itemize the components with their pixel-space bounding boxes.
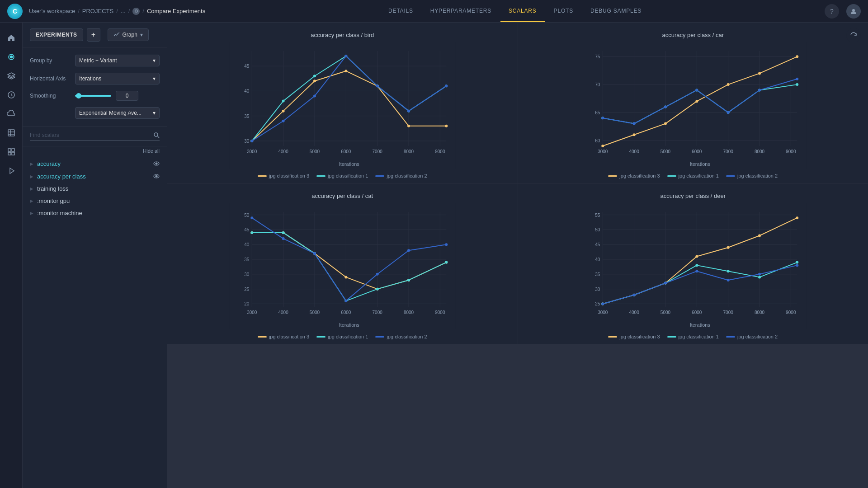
svg-point-61 xyxy=(407,110,410,113)
user-avatar[interactable] xyxy=(846,4,861,19)
svg-point-16 xyxy=(156,163,157,164)
sidebar-icon-layers[interactable] xyxy=(3,68,19,84)
svg-text:8000: 8000 xyxy=(404,310,414,315)
legend-item: jpg classification 1 xyxy=(316,334,368,339)
smoothing-input[interactable] xyxy=(116,91,138,101)
svg-point-203 xyxy=(695,270,698,272)
sidebar-icon-experiments[interactable] xyxy=(3,87,19,103)
svg-point-51 xyxy=(313,75,316,77)
search-input-wrap xyxy=(30,132,160,141)
metric-chevron-accuracy: ▶ xyxy=(30,161,33,166)
breadcrumb-sep-3: / xyxy=(128,8,130,14)
experiments-button[interactable]: EXPERIMENTS xyxy=(30,28,83,41)
svg-point-201 xyxy=(632,294,635,296)
group-by-value: Metric + Variant xyxy=(79,57,117,64)
settings-icon[interactable]: ⚙ xyxy=(132,8,140,15)
sidebar-icon-brain[interactable] xyxy=(3,49,19,65)
svg-point-87 xyxy=(632,133,635,136)
x-axis-label-cat: Iterations xyxy=(339,322,360,328)
svg-point-13 xyxy=(154,133,158,136)
group-by-chevron: ▾ xyxy=(153,57,156,64)
horizontal-axis-select[interactable]: Iterations ▾ xyxy=(75,73,160,84)
hide-all-row: Hide all xyxy=(23,146,167,155)
topnav-right: ? xyxy=(825,4,861,19)
svg-text:50: 50 xyxy=(244,213,250,218)
legend-item: jpg classification 3 xyxy=(608,334,660,339)
tab-hyperparameters[interactable]: HYPERPARAMETERS xyxy=(422,0,500,22)
chart-legend-car: jpg classification 3jpg classification 1… xyxy=(608,173,778,178)
sidebar-icon-cloud[interactable] xyxy=(3,106,19,122)
tab-details[interactable]: DETAILS xyxy=(380,0,421,22)
svg-point-200 xyxy=(601,302,604,305)
add-experiment-button[interactable]: + xyxy=(87,28,100,42)
svg-point-57 xyxy=(282,120,285,122)
x-axis-label-car: Iterations xyxy=(689,161,710,167)
legend-dot xyxy=(667,336,676,338)
left-panel-top: EXPERIMENTS + Graph ▾ xyxy=(23,23,167,47)
main-content: EXPERIMENTS + Graph ▾ Group by Metric + … xyxy=(23,23,868,488)
tab-scalars[interactable]: SCALARS xyxy=(500,0,545,22)
svg-text:5000: 5000 xyxy=(660,310,670,315)
svg-text:9000: 9000 xyxy=(435,149,445,154)
svg-point-86 xyxy=(601,145,604,147)
svg-point-153 xyxy=(344,300,347,302)
horizontal-axis-label: Horizontal Axis xyxy=(30,75,71,82)
breadcrumb-workspace[interactable]: User's workspace xyxy=(29,8,75,14)
metric-item-accuracy[interactable]: ▶ accuracy xyxy=(23,157,167,170)
smoothing-method-select[interactable]: Exponential Moving Ave... ▾ xyxy=(75,107,160,119)
smoothing-row: Smoothing xyxy=(30,91,160,101)
graph-view-button[interactable]: Graph ▾ xyxy=(108,28,149,41)
eye-icon xyxy=(153,161,160,166)
svg-text:4000: 4000 xyxy=(278,310,288,315)
legend-label: jpg classification 2 xyxy=(387,334,427,339)
legend-item: jpg classification 2 xyxy=(726,334,778,339)
metric-item-monitor-gpu[interactable]: ▶ :monitor gpu xyxy=(23,195,167,207)
metric-eye-accuracy-per-class[interactable] xyxy=(153,173,160,180)
svg-rect-11 xyxy=(12,152,14,155)
svg-text:6000: 6000 xyxy=(341,149,351,154)
svg-text:3000: 3000 xyxy=(247,149,257,154)
metric-eye-accuracy[interactable] xyxy=(153,160,160,167)
sidebar-icon-deploy[interactable] xyxy=(3,163,19,179)
sidebar-icon-home[interactable] xyxy=(3,30,19,46)
smoothing-slider[interactable] xyxy=(75,95,111,97)
metric-item-monitor-machine[interactable]: ▶ :monitor machine xyxy=(23,207,167,219)
breadcrumb-projects[interactable]: PROJECTS xyxy=(82,8,113,14)
smoothing-method-chevron: ▾ xyxy=(153,110,156,116)
svg-point-104 xyxy=(726,111,729,114)
sidebar-icon-grid[interactable] xyxy=(3,144,19,160)
svg-point-198 xyxy=(758,276,761,278)
svg-text:40: 40 xyxy=(244,242,250,247)
svg-text:8000: 8000 xyxy=(754,310,764,315)
svg-point-101 xyxy=(632,122,635,125)
metric-label-training-loss: training loss xyxy=(37,185,68,192)
svg-text:30: 30 xyxy=(244,139,250,144)
tab-debug-samples[interactable]: DEBUG SAMPLES xyxy=(582,0,650,22)
hide-all-button[interactable]: Hide all xyxy=(143,148,160,154)
search-icon xyxy=(153,132,160,138)
svg-point-139 xyxy=(344,276,347,278)
svg-text:7000: 7000 xyxy=(373,149,383,154)
svg-text:45: 45 xyxy=(244,227,250,232)
metric-item-accuracy-per-class[interactable]: ▶ accuracy per class xyxy=(23,170,167,183)
refresh-button[interactable] xyxy=(846,28,861,42)
chart-panel-bird: accuracy per class / bird 30354045300040… xyxy=(167,23,518,183)
help-button[interactable]: ? xyxy=(825,4,839,19)
metric-label-accuracy: accuracy xyxy=(37,160,61,167)
find-scalars-input[interactable] xyxy=(30,132,150,138)
svg-point-106 xyxy=(796,78,798,80)
chart-car: 606570753000400050006000700080009000 Ite… xyxy=(527,42,859,169)
sidebar-icon-table[interactable] xyxy=(3,125,19,141)
svg-point-144 xyxy=(282,231,285,234)
svg-point-58 xyxy=(313,94,316,97)
breadcrumb-ellipsis[interactable]: ... xyxy=(121,8,126,14)
svg-text:5000: 5000 xyxy=(660,149,670,154)
chart-bird: 303540453000400050006000700080009000 Ite… xyxy=(176,42,509,169)
svg-point-48 xyxy=(445,125,448,127)
metrics-list: ▶ accuracy ▶ accuracy per class ▶ traini… xyxy=(23,155,167,488)
svg-point-91 xyxy=(758,72,761,75)
tab-plots[interactable]: PLOTS xyxy=(546,0,581,22)
metric-item-training-loss[interactable]: ▶ training loss xyxy=(23,183,167,195)
legend-label: jpg classification 3 xyxy=(269,334,309,339)
group-by-select[interactable]: Metric + Variant ▾ xyxy=(75,55,160,66)
